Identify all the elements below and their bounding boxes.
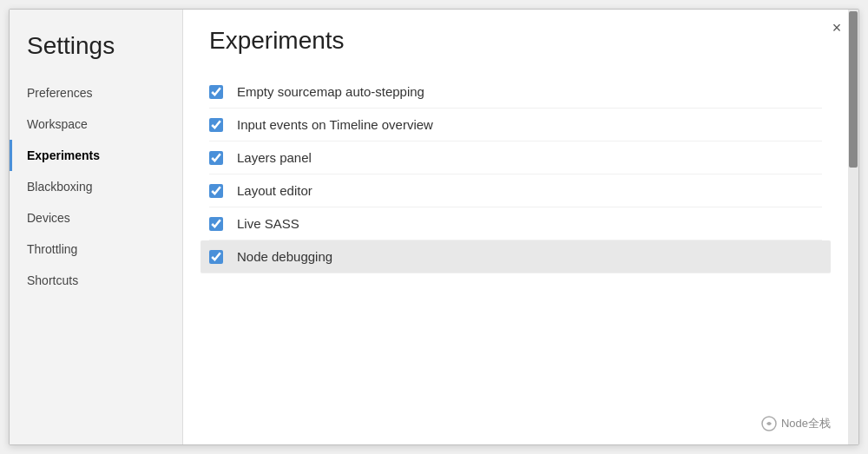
experiment-label: Layers panel xyxy=(237,150,312,165)
close-button[interactable]: × xyxy=(827,18,846,37)
sidebar-item-experiments[interactable]: Experiments xyxy=(10,140,182,171)
experiment-label: Empty sourcemap auto-stepping xyxy=(237,84,424,99)
sidebar-title: Settings xyxy=(10,23,182,77)
checkbox-layers-panel[interactable] xyxy=(209,151,223,165)
main-content: Experiments Empty sourcemap auto-steppin… xyxy=(183,10,848,444)
experiment-live-sass: Live SASS xyxy=(209,207,822,240)
page-title: Experiments xyxy=(209,27,822,55)
experiment-label: Node debugging xyxy=(237,249,332,264)
checkbox-node-debugging[interactable] xyxy=(209,250,223,264)
sidebar-item-throttling[interactable]: Throttling xyxy=(10,234,182,265)
checkbox-empty-sourcemap[interactable] xyxy=(209,85,223,99)
experiment-label: Input events on Timeline overview xyxy=(237,117,433,132)
experiment-node-debugging: Node debugging xyxy=(201,240,831,273)
experiment-empty-sourcemap: Empty sourcemap auto-stepping xyxy=(209,76,822,109)
experiment-input-events: Input events on Timeline overview xyxy=(209,109,822,141)
watermark-icon xyxy=(760,415,778,432)
sidebar-item-shortcuts[interactable]: Shortcuts xyxy=(10,265,182,296)
sidebar-item-preferences[interactable]: Preferences xyxy=(10,77,182,109)
experiment-layers-panel: Layers panel xyxy=(209,141,822,174)
settings-dialog: × Settings Preferences Workspace Experim… xyxy=(9,9,859,445)
scrollbar-thumb[interactable] xyxy=(849,11,858,168)
experiment-label: Layout editor xyxy=(237,183,312,198)
dialog-body: Settings Preferences Workspace Experimen… xyxy=(10,10,858,444)
checkbox-live-sass[interactable] xyxy=(209,217,223,231)
sidebar: Settings Preferences Workspace Experimen… xyxy=(10,10,183,444)
sidebar-item-workspace[interactable]: Workspace xyxy=(10,109,182,140)
sidebar-item-devices[interactable]: Devices xyxy=(10,202,182,234)
experiment-layout-editor: Layout editor xyxy=(209,174,822,207)
checkbox-layout-editor[interactable] xyxy=(209,184,223,198)
checkbox-input-events[interactable] xyxy=(209,118,223,132)
sidebar-item-blackboxing[interactable]: Blackboxing xyxy=(10,171,182,202)
watermark: Node全栈 xyxy=(760,415,831,432)
scrollbar-track[interactable] xyxy=(848,10,858,444)
experiment-label: Live SASS xyxy=(237,216,299,231)
